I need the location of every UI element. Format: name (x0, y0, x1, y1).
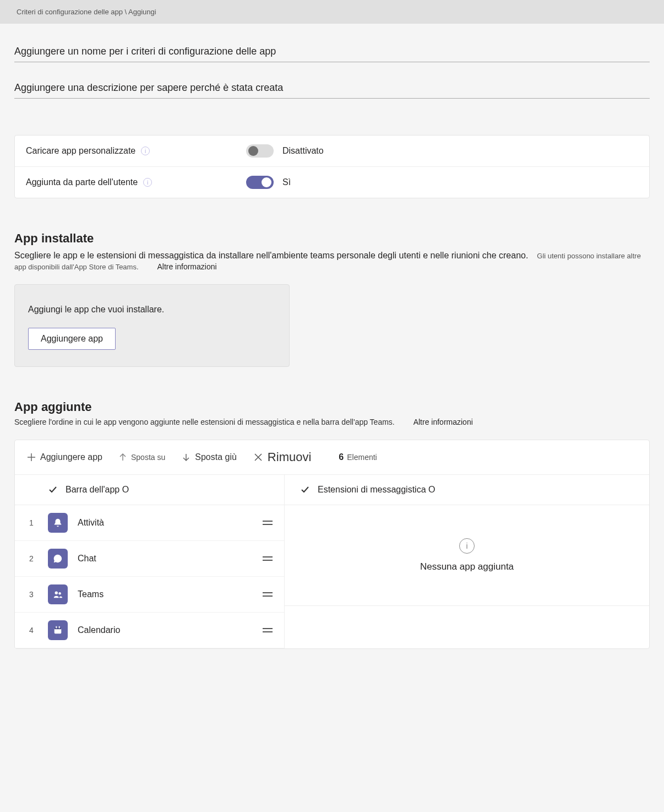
pinned-app-row[interactable]: 2Chat (15, 541, 284, 577)
label-text: Aggiunta da parte dell'utente (26, 177, 138, 187)
info-icon[interactable]: i (143, 178, 152, 187)
installed-box-message: Aggiungi le app che vuoi installare. (28, 305, 276, 315)
column-title: Estensioni di messaggistica O (318, 485, 435, 495)
main-content: Caricare app personalizzate i Disattivat… (0, 24, 664, 665)
order-number: 1 (15, 518, 48, 527)
info-icon[interactable]: i (141, 147, 150, 155)
svg-point-1 (58, 592, 61, 595)
arrow-up-icon (119, 453, 127, 461)
move-up-button[interactable]: Sposta su (119, 453, 165, 462)
column-title: Barra dell'app O (66, 485, 129, 495)
upload-custom-apps-label: Caricare app personalizzate i (26, 146, 246, 156)
upload-custom-apps-row: Caricare app personalizzate i Disattivat… (15, 136, 649, 167)
svg-point-0 (55, 592, 58, 594)
installed-apps-title: App installate (14, 231, 650, 246)
button-label: Sposta giù (195, 452, 237, 462)
arrow-down-icon (182, 453, 191, 462)
user-pinning-toggle[interactable] (246, 176, 274, 189)
drag-handle-icon[interactable] (261, 521, 274, 525)
move-down-button[interactable]: Sposta giù (182, 452, 237, 462)
remove-button[interactable]: Rimuovi (253, 450, 311, 464)
check-icon (300, 485, 310, 495)
pinned-more-info-link[interactable]: Altre informazioni (413, 418, 473, 426)
label-text: Caricare app personalizzate (26, 146, 135, 156)
order-number: 3 (15, 590, 48, 599)
order-number: 4 (15, 626, 48, 635)
installed-apps-desc-line: Scegliere le app e le estensioni di mess… (14, 249, 650, 271)
empty-text: Nessuna app aggiunta (307, 561, 627, 572)
toggles-card: Caricare app personalizzate i Disattivat… (14, 135, 650, 198)
user-pinning-label: Aggiunta da parte dell'utente i (26, 177, 246, 187)
user-pinning-value: Sì (282, 177, 291, 187)
button-label: Sposta su (131, 453, 165, 462)
check-icon (48, 485, 58, 495)
count-label: Elementi (347, 453, 377, 462)
pinned-app-row[interactable]: 3Teams (15, 577, 284, 613)
info-icon: i (459, 538, 475, 554)
policy-name-input[interactable] (14, 40, 650, 62)
pinned-apps-card: Aggiungere app Sposta su Sposta giù Rimu… (14, 440, 650, 649)
pinned-panels: Barra dell'app O 1Attività2Chat3Teams4Ca… (15, 475, 649, 648)
plus-icon (27, 453, 36, 462)
items-counter: 6 Elementi (339, 452, 377, 462)
app-icon-bell (48, 513, 68, 533)
pinned-apps-desc-line: Scegliere l'ordine in cui le app vengono… (14, 418, 650, 426)
extensions-column-header[interactable]: Estensioni di messaggistica O (285, 475, 649, 505)
app-icon-calendar (48, 620, 68, 640)
app-name: Teams (78, 589, 261, 599)
user-pinning-row: Aggiunta da parte dell'utente i Sì (15, 167, 649, 198)
installed-more-info-link[interactable]: Altre informazioni (157, 262, 216, 271)
pinned-app-row[interactable]: 4Calendario (15, 613, 284, 648)
pinned-apps-list: 1Attività2Chat3Teams4Calendario (15, 505, 284, 648)
close-icon (253, 452, 263, 462)
order-number: 2 (15, 554, 48, 563)
drag-handle-icon[interactable] (261, 592, 274, 597)
pinned-apps-desc: Scegliere l'ordine in cui le app vengono… (14, 418, 395, 426)
policy-desc-input[interactable] (14, 77, 650, 99)
appbar-panel: Barra dell'app O 1Attività2Chat3Teams4Ca… (15, 475, 285, 648)
drag-handle-icon[interactable] (261, 628, 274, 632)
count-number: 6 (339, 452, 344, 462)
add-installed-apps-button[interactable]: Aggiungere app (28, 328, 116, 350)
svg-rect-5 (59, 626, 60, 629)
app-icon-chat (48, 549, 68, 569)
app-name: Attività (78, 518, 261, 528)
pinned-toolbar: Aggiungere app Sposta su Sposta giù Rimu… (15, 440, 649, 475)
add-pinned-app-button[interactable]: Aggiungere app (27, 452, 102, 462)
app-name: Calendario (78, 625, 261, 635)
drag-handle-icon[interactable] (261, 556, 274, 561)
pinned-app-row[interactable]: 1Attività (15, 505, 284, 541)
extensions-panel: Estensioni di messaggistica O i Nessuna … (285, 475, 649, 648)
app-name: Chat (78, 554, 261, 564)
upload-custom-apps-value: Disattivato (282, 146, 324, 156)
appbar-column-header[interactable]: Barra dell'app O (15, 475, 284, 505)
installed-apps-box: Aggiungi le app che vuoi installare. Agg… (14, 284, 290, 367)
svg-rect-4 (56, 626, 57, 629)
breadcrumb: Criteri di configurazione delle app \ Ag… (0, 0, 664, 24)
button-label: Aggiungere app (40, 452, 102, 462)
installed-apps-desc: Scegliere le app e le estensioni di mess… (14, 251, 528, 260)
svg-rect-3 (55, 627, 62, 630)
button-label: Rimuovi (268, 450, 311, 464)
pinned-apps-title: App aggiunte (14, 400, 650, 414)
app-icon-people (48, 584, 68, 604)
upload-custom-apps-toggle[interactable] (246, 144, 274, 158)
extensions-empty-state: i Nessuna app aggiunta (285, 505, 649, 606)
